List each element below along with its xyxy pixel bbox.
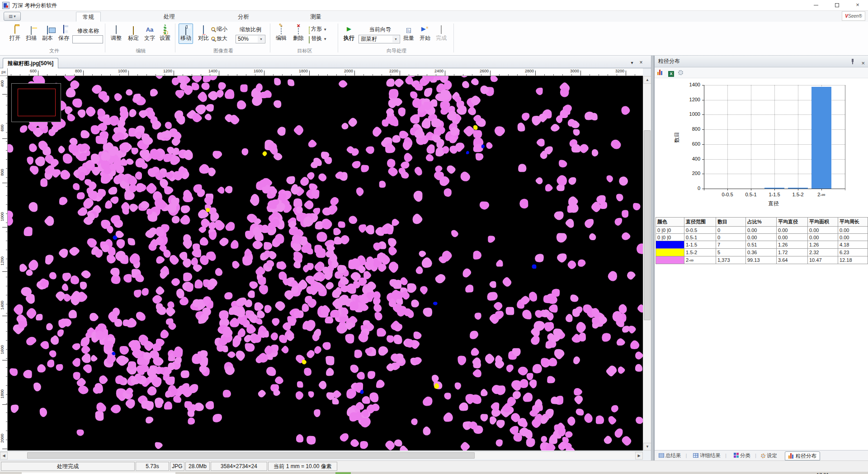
ruler-label: 1800 (295, 69, 308, 73)
pin-icon[interactable] (850, 59, 855, 64)
chart-type-button[interactable] (657, 69, 665, 77)
image-viewport[interactable] (8, 76, 643, 450)
chevron-down-icon: ▾ (392, 36, 399, 43)
scroll-left-icon[interactable]: ◀ (0, 452, 8, 460)
table-row[interactable]: 1.5-250.361.722.326.23 (656, 249, 868, 256)
tab-settings[interactable]: 设定 (758, 451, 780, 460)
group-label-edit: 编辑 (107, 47, 175, 54)
scroll-up-icon[interactable]: ▲ (643, 76, 651, 84)
start-play-icon: ▶ (421, 25, 429, 32)
square-region-button[interactable]: 方形 ▼ (309, 25, 327, 33)
ruler-label: 2600 (476, 69, 489, 73)
maximize-button[interactable] (826, 0, 847, 11)
contrast-image-icon (203, 25, 204, 34)
chart-settings-button[interactable] (678, 69, 686, 77)
move-tool-button[interactable]: 移动 (179, 24, 193, 44)
table-cell: 10.47 (808, 256, 838, 264)
scroll-right-icon[interactable]: ▶ (635, 452, 643, 460)
minimize-button[interactable] (806, 0, 826, 11)
tab-classify[interactable]: 分类| (731, 451, 760, 460)
color-cell: 0 |0 |0 (656, 234, 684, 241)
document-tab[interactable]: 辣椒籽图.jpg[50%] (3, 58, 58, 68)
vscroll-thumb[interactable] (644, 130, 651, 320)
status-format: JPG (170, 462, 184, 471)
minimap-viewport-rect[interactable] (18, 89, 56, 116)
target-delete-button[interactable]: 删除 (290, 24, 307, 42)
text-Aa-icon: Aa (146, 26, 154, 33)
finish-button[interactable]: 完成 (434, 24, 449, 42)
seed-image-canvas[interactable] (8, 76, 643, 450)
table-header-cell[interactable]: 颜色 (656, 218, 684, 227)
tab-total-results[interactable]: 总结果| (656, 451, 690, 460)
ribbon-toolbar: 打开 扫描 副本 保存 修改名称 文件 调整 标定 Aa文字 设置 编辑 移动 … (0, 22, 868, 56)
table-row[interactable]: 0 |0 |00.5-100.000.000.000.00 (656, 234, 868, 241)
export-excel-button[interactable]: X (668, 69, 676, 77)
scan-button[interactable]: 扫描 (23, 24, 40, 42)
calibrate-button[interactable]: 标定 (125, 24, 142, 42)
table-row[interactable]: 0 |0 |00-0.500.000.000.000.00 (656, 227, 868, 234)
contrast-button[interactable]: 对比 (195, 24, 212, 42)
table-cell: 0-0.5 (684, 227, 716, 234)
hscroll-thumb[interactable] (27, 452, 475, 459)
scanner-icon (31, 26, 32, 35)
zoom-ratio-combobox[interactable]: 50%▾ (236, 35, 265, 43)
tab-list-dropdown-icon[interactable]: ▾ (628, 59, 636, 66)
rename-input[interactable] (72, 35, 103, 43)
color-cell (656, 256, 684, 264)
ruler-major-tick (2, 183, 7, 183)
panel-splitter[interactable] (651, 56, 654, 460)
chevron-down-icon[interactable]: ▼ (323, 37, 327, 41)
chart-bar-2-∞[interactable] (811, 87, 831, 189)
table-header-cell[interactable]: 平均面积 (808, 218, 838, 227)
text-button[interactable]: Aa文字 (141, 24, 158, 42)
ribbon-tab-general[interactable]: 常规 (76, 12, 101, 22)
table-header-cell[interactable]: 直径范围 (684, 218, 716, 227)
run-wizard-button[interactable]: ▶执行 (341, 24, 357, 42)
table-header-cell[interactable]: 数目 (716, 218, 746, 227)
vertical-scrollbar[interactable]: ▲ ▼ (643, 76, 651, 450)
chevron-down-icon[interactable]: ▼ (323, 28, 327, 32)
save-button[interactable]: 保存 (55, 24, 72, 42)
start-button[interactable]: ▶开始 (417, 24, 433, 42)
copy-button[interactable]: 副本 (39, 24, 56, 42)
table-cell: 3.64 (777, 256, 808, 264)
zoom-out-button[interactable]: −缩小 (211, 25, 227, 33)
table-row[interactable]: 2-∞1,37399.133.6410.4712.18 (656, 256, 868, 264)
overview-minimap[interactable] (11, 83, 61, 122)
chart-axisr (845, 85, 845, 190)
ribbon-tab-analyze[interactable]: 分析 (231, 12, 255, 22)
table-header-cell[interactable]: 平均直径 (777, 218, 808, 227)
app-menu-button[interactable]: ▤ ▾ (4, 12, 21, 21)
status-scale: 当前 1 mm = 10.00 像素 (268, 462, 337, 471)
table-header-cell[interactable]: 占比% (746, 218, 777, 227)
ruler-major-tick (2, 271, 7, 272)
tab-detailed-results[interactable]: 详细结果| (690, 451, 730, 460)
batch-button[interactable]: 1₂批量 (401, 24, 416, 42)
ruler-label: 600 (0, 120, 5, 136)
table-cell: 0.00 (777, 234, 808, 241)
rename-label: 修改名称 (72, 27, 104, 35)
ruler-label: 1200 (159, 69, 172, 73)
table-header-cell[interactable]: 平均周长 (838, 218, 868, 227)
chart-xlab: 0.5-1 (739, 192, 763, 197)
close-document-icon[interactable]: × (637, 59, 645, 66)
ruler-major-tick (2, 404, 7, 405)
status-message: 处理完成 (1, 462, 135, 471)
settings-button[interactable]: 设置 (156, 24, 174, 42)
adjust-button[interactable]: 调整 (108, 24, 125, 42)
zoom-in-button[interactable]: +放大 (211, 34, 227, 43)
color-cell (656, 249, 684, 256)
replace-region-button[interactable]: 替换 ▼ (309, 34, 327, 43)
group-label-wizard: 向导处理 (340, 47, 453, 54)
table-row[interactable]: 1-1.570.511.261.264.18 (656, 241, 868, 249)
current-wizard-combobox[interactable]: 甜菜籽▾ (359, 35, 400, 43)
tab-particle-size[interactable]: 粒径分布 (785, 451, 820, 460)
horizontal-scrollbar[interactable]: ◀ ▶ (0, 451, 643, 459)
target-edit-button[interactable]: 编辑 (273, 24, 290, 42)
ribbon-tab-measure[interactable]: 测量 (304, 12, 328, 22)
scroll-down-icon[interactable]: ▼ (643, 443, 651, 450)
close-button[interactable]: × (847, 0, 868, 11)
document-tab-strip: 辣椒籽图.jpg[50%] ▾ × (0, 56, 651, 68)
ribbon-tab-process[interactable]: 处理 (157, 12, 181, 22)
open-button[interactable]: 打开 (6, 24, 24, 42)
